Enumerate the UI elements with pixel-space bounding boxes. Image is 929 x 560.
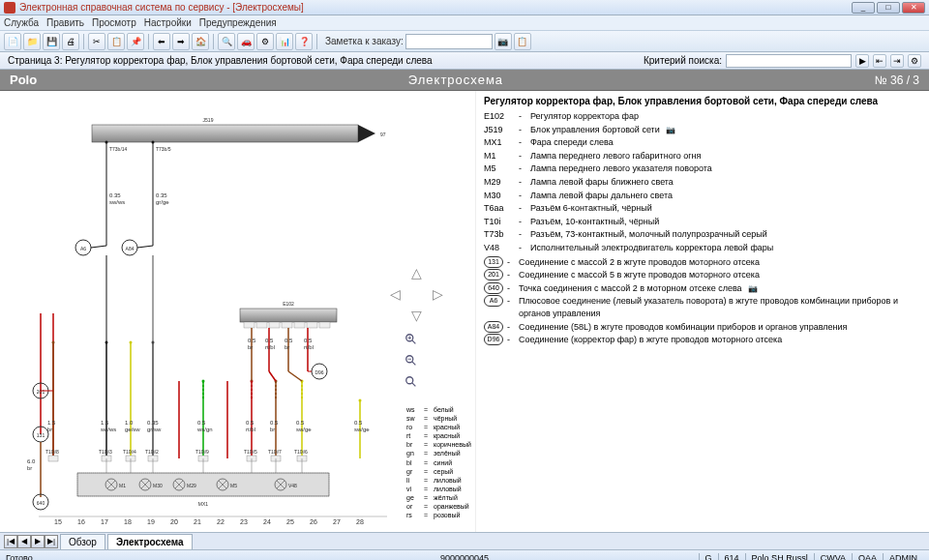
svg-text:M30: M30 (153, 483, 163, 488)
toolbar-btn-7[interactable]: 📌 (127, 33, 144, 50)
toolbar-btn-15[interactable]: ❓ (295, 33, 313, 50)
svg-text:E102: E102 (283, 301, 294, 307)
menu-warnings[interactable]: Предупреждения (199, 17, 277, 28)
zoom-in-button[interactable] (405, 333, 420, 348)
pan-left-button[interactable]: ◁ (387, 286, 403, 302)
svg-text:T10i/3: T10i/3 (99, 449, 112, 455)
svg-text:rt/bl: rt/bl (304, 344, 314, 350)
svg-line-18 (91, 246, 106, 248)
tab-overview[interactable]: Обзор (60, 534, 105, 549)
search-opt-button[interactable]: ⚙ (908, 54, 921, 68)
zoom-reset-button[interactable] (405, 375, 420, 391)
zoom-out-button[interactable] (405, 354, 420, 369)
menu-edit[interactable]: Править (46, 17, 84, 28)
legend-item: T6aa-Разъём 6-контактный, чёрный (484, 202, 921, 215)
svg-text:18: 18 (124, 518, 132, 525)
search-go-button[interactable]: ▶ (855, 54, 869, 68)
svg-point-5 (105, 141, 108, 144)
toolbar-btn-10[interactable]: 🏠 (192, 33, 209, 50)
svg-text:15: 15 (54, 518, 62, 525)
toolbar-btn-note2[interactable]: 📋 (514, 33, 531, 50)
wiring-diagram[interactable]: J51997T73b/140.35sw/wsT73b/50.35gr/geA6A… (0, 91, 476, 532)
legend-item: E102-Регулятор корректора фар (484, 110, 921, 123)
svg-text:T10i/4: T10i/4 (123, 449, 136, 455)
svg-text:br: br (248, 344, 253, 350)
svg-rect-0 (92, 125, 358, 142)
page-path: Страница 3: Регулятор корректора фар, Бл… (8, 55, 433, 66)
svg-rect-23 (256, 322, 267, 328)
search-prev-button[interactable]: ⇤ (873, 54, 886, 68)
svg-rect-28 (319, 322, 330, 328)
menu-service[interactable]: Служба (4, 17, 39, 28)
svg-line-162 (269, 371, 276, 381)
svg-text:27: 27 (333, 518, 341, 525)
search-next-button[interactable]: ⇥ (890, 54, 904, 68)
toolbar-btn-3[interactable]: 💾 (43, 33, 60, 50)
toolbar-btn-6[interactable]: 📋 (107, 33, 125, 50)
order-note-input[interactable] (405, 34, 493, 49)
close-button[interactable]: ✕ (902, 2, 925, 14)
svg-text:gr/ge: gr/ge (156, 199, 169, 205)
svg-text:1.0: 1.0 (125, 420, 134, 426)
svg-text:25: 25 (286, 518, 294, 525)
toolbar-btn-1[interactable]: 📄 (4, 33, 21, 50)
svg-text:T10i/9: T10i/9 (195, 449, 209, 455)
search-input[interactable] (726, 54, 852, 68)
svg-text:1.5: 1.5 (47, 420, 56, 426)
tab-first-button[interactable]: |◀ (4, 535, 17, 548)
toolbar-btn-8[interactable]: ⬅ (153, 33, 170, 50)
svg-text:br: br (47, 427, 52, 432)
svg-text:20: 20 (170, 518, 178, 525)
svg-text:M29: M29 (187, 483, 196, 488)
svg-text:6.0: 6.0 (27, 458, 36, 464)
toolbar-btn-13[interactable]: ⚙ (256, 33, 274, 50)
toolbar-btn-9[interactable]: ➡ (172, 33, 190, 50)
svg-rect-24 (269, 322, 280, 328)
svg-text:21: 21 (194, 518, 201, 525)
toolbar-btn-11[interactable]: 🔍 (218, 33, 235, 50)
maximize-button[interactable]: □ (877, 2, 900, 14)
svg-text:640: 640 (37, 500, 45, 506)
tab-last-button[interactable]: ▶| (45, 535, 58, 548)
search-label: Критерий поиска: (644, 55, 722, 66)
toolbar-btn-note1[interactable]: 📷 (494, 33, 512, 50)
menu-settings[interactable]: Настройки (144, 17, 192, 28)
title-bar: Электронная справочная система по сервис… (0, 0, 929, 15)
menu-view[interactable]: Просмотр (92, 17, 136, 28)
svg-text:D96: D96 (315, 369, 323, 375)
svg-text:br: br (270, 427, 275, 432)
tab-prev-button[interactable]: ◀ (17, 535, 31, 548)
svg-text:131: 131 (37, 432, 45, 438)
component-legend: Регулятор корректора фар, Блок управлени… (476, 91, 929, 532)
toolbar-btn-12[interactable]: 🚗 (237, 33, 255, 50)
tab-schematic[interactable]: Электросхема (107, 534, 193, 549)
status-bar: Готово 9000000045 G614Polo SH RusslCWVAQ… (0, 549, 929, 560)
status-field: CWVA (814, 553, 852, 561)
legend-item: T73b-Разъём, 73-контактный, молочный пол… (484, 228, 921, 241)
svg-text:T10i/5: T10i/5 (244, 449, 257, 455)
status-text: Готово (6, 553, 33, 561)
svg-text:A6: A6 (80, 246, 86, 251)
svg-text:0.5: 0.5 (246, 420, 255, 426)
toolbar-btn-2[interactable]: 📁 (23, 33, 41, 50)
svg-line-169 (412, 362, 416, 366)
tab-next-button[interactable]: ▶ (31, 535, 45, 548)
svg-text:M1: M1 (119, 483, 126, 488)
svg-text:1.5: 1.5 (101, 420, 109, 426)
toolbar-btn-5[interactable]: ✂ (88, 33, 105, 50)
legend-item: M5-Лампа переднего левого указателя пово… (484, 162, 921, 175)
pan-right-button[interactable]: ▷ (430, 286, 445, 302)
svg-marker-2 (358, 125, 375, 142)
pan-up-button[interactable]: △ (408, 265, 424, 280)
svg-text:22: 22 (217, 518, 225, 525)
pan-down-button[interactable]: ▽ (408, 308, 424, 323)
svg-text:19: 19 (147, 518, 155, 525)
bottom-tabs: |◀ ◀ ▶ ▶| Обзор Электросхема (0, 532, 929, 549)
legend-node: A84-Соединение (58L) в жгуте проводов ко… (484, 321, 921, 334)
minimize-button[interactable]: _ (852, 2, 875, 14)
svg-line-165 (412, 340, 416, 344)
svg-point-68 (130, 341, 133, 344)
toolbar-btn-4[interactable]: 🖨 (62, 33, 79, 50)
svg-text:M5: M5 (230, 483, 237, 488)
toolbar-btn-14[interactable]: 📊 (276, 33, 293, 50)
